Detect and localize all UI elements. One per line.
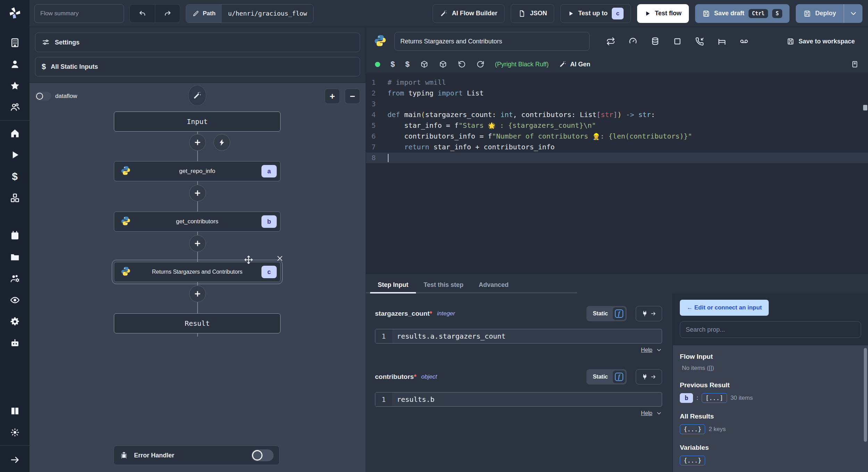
- resource-var-icon[interactable]: $: [405, 60, 409, 69]
- code-line[interactable]: 8: [366, 152, 868, 163]
- settings-gear-icon[interactable]: [0, 311, 30, 332]
- zoom-out-button[interactable]: −: [345, 89, 360, 104]
- static-mode-toggle[interactable]: Static f: [586, 369, 627, 384]
- workspace-icon[interactable]: [0, 32, 30, 53]
- step-title-input[interactable]: [394, 32, 590, 51]
- audit-logs-eye-icon[interactable]: [0, 289, 30, 311]
- cache-database-icon[interactable]: [651, 37, 660, 46]
- reset-rotate-ccw-icon[interactable]: [458, 60, 466, 68]
- suspend-phone-icon[interactable]: [695, 37, 704, 46]
- node-step-c-selected[interactable]: Returns Stargazers and Contributors c: [114, 262, 281, 282]
- theme-sun-icon[interactable]: [0, 422, 30, 443]
- node-input[interactable]: Input: [114, 111, 281, 132]
- path-value[interactable]: u/henri/gracious_flow: [222, 5, 314, 23]
- connect-input-plug-button[interactable]: [636, 306, 662, 321]
- undo-button[interactable]: [130, 5, 155, 23]
- path-control[interactable]: Path u/henri/gracious_flow: [186, 4, 314, 23]
- help-link[interactable]: Help: [641, 347, 652, 353]
- code-line[interactable]: 5 star_info = f"Stars 🌟 : {stargazers_co…: [366, 120, 868, 131]
- sleep-bed-icon[interactable]: [717, 37, 726, 46]
- all-static-inputs-button[interactable]: $ All Static Inputs: [35, 57, 360, 76]
- props-scrollbar-thumb[interactable]: [864, 348, 867, 442]
- javascript-expr-toggle[interactable]: f: [613, 307, 625, 320]
- mock-square-icon[interactable]: [673, 37, 682, 46]
- code-line[interactable]: 6 contributors_info = f"Number of contri…: [366, 131, 868, 142]
- tab-advanced[interactable]: Advanced: [471, 277, 516, 293]
- schedules-icon[interactable]: [0, 225, 30, 246]
- error-handler-node[interactable]: Error Handler: [114, 446, 279, 465]
- groups-icon[interactable]: [0, 97, 30, 118]
- test-flow-button[interactable]: Test flow: [637, 4, 689, 23]
- library-panel-icon[interactable]: [851, 60, 859, 68]
- error-handler-toggle[interactable]: [251, 449, 274, 461]
- folders-icon[interactable]: [0, 246, 30, 268]
- retries-icon[interactable]: [606, 37, 615, 46]
- lifetime-voicemail-icon[interactable]: [740, 37, 749, 46]
- variables-object-chip[interactable]: {...}: [680, 456, 705, 465]
- node-step-b[interactable]: get_contributors b: [114, 212, 281, 232]
- save-to-workspace-button[interactable]: Save to workspace: [787, 38, 860, 45]
- help-link[interactable]: Help: [641, 410, 652, 416]
- chevron-down-icon[interactable]: [656, 347, 662, 353]
- add-step-button[interactable]: [189, 185, 206, 201]
- expression-editor[interactable]: 1 results.a.stargazers_count: [375, 329, 662, 343]
- prev-result-array-chip[interactable]: [...]: [702, 393, 727, 403]
- tab-step-input[interactable]: Step Input: [370, 277, 416, 293]
- flow-settings-button[interactable]: Settings: [35, 33, 360, 52]
- expression-editor[interactable]: 1 results.b: [375, 392, 662, 407]
- workers-icon[interactable]: [0, 268, 30, 289]
- test-up-to-button[interactable]: Test up to c: [560, 4, 631, 23]
- javascript-expr-toggle[interactable]: f: [613, 371, 625, 383]
- code-line[interactable]: 7 return star_info + contributors_info: [366, 142, 868, 152]
- flow-input-section: Flow Input No items ([]): [680, 353, 868, 372]
- resources-icon[interactable]: [0, 187, 30, 209]
- favorites-star-icon[interactable]: [0, 75, 30, 97]
- add-trigger-button[interactable]: [214, 134, 230, 151]
- move-node-icon[interactable]: [244, 255, 253, 264]
- prev-result-key-badge[interactable]: b: [680, 393, 693, 403]
- ai-robot-icon[interactable]: [0, 332, 30, 354]
- dataflow-toggle[interactable]: [35, 92, 51, 101]
- flow-summary-input[interactable]: [34, 4, 124, 23]
- code-line[interactable]: 4def main(stargazers_count: int, contrib…: [366, 109, 868, 120]
- save-draft-button[interactable]: Save draft Ctrl S: [695, 4, 790, 23]
- zoom-in-button[interactable]: +: [325, 89, 340, 104]
- add-step-button[interactable]: [189, 134, 206, 151]
- env-var-icon[interactable]: $: [391, 60, 395, 69]
- static-mode-toggle[interactable]: Static f: [586, 306, 627, 321]
- package-icon[interactable]: [420, 60, 428, 68]
- code-line[interactable]: 3: [366, 99, 868, 109]
- deploy-button[interactable]: Deploy: [796, 4, 844, 23]
- concurrency-gauge-icon[interactable]: [628, 37, 637, 46]
- ai-gen-button[interactable]: AI Gen: [559, 60, 590, 68]
- code-line[interactable]: 2from typing import List: [366, 88, 868, 99]
- deploy-dropdown-button[interactable]: [844, 4, 862, 23]
- search-prop-input[interactable]: [680, 321, 861, 338]
- json-button[interactable]: JSON: [511, 4, 554, 23]
- expand-sidebar-arrow-icon[interactable]: [0, 448, 30, 472]
- redo-button[interactable]: [155, 5, 180, 23]
- all-results-object-chip[interactable]: {...}: [680, 424, 705, 434]
- code-editor[interactable]: 1# import wmill2from typing import List3…: [366, 73, 868, 274]
- chevron-down-icon[interactable]: [656, 410, 662, 416]
- user-icon[interactable]: [0, 53, 30, 75]
- delete-node-icon[interactable]: [276, 255, 284, 262]
- reload-rotate-cw-icon[interactable]: [476, 60, 485, 68]
- windmill-logo[interactable]: [8, 6, 22, 22]
- ai-copilot-wand-button[interactable]: [188, 85, 206, 106]
- connect-input-plug-button[interactable]: [636, 369, 662, 384]
- variables-icon[interactable]: $: [0, 166, 30, 187]
- edit-or-connect-input-button[interactable]: ← Edit or connect an input: [680, 300, 769, 316]
- ai-flow-builder-button[interactable]: AI Flow Builder: [433, 4, 504, 23]
- package-icon[interactable]: [439, 60, 447, 68]
- code-line[interactable]: 1# import wmill: [366, 77, 868, 88]
- add-step-button[interactable]: [189, 235, 206, 252]
- tab-test-this-step[interactable]: Test this step: [416, 277, 471, 293]
- node-result[interactable]: Result: [114, 313, 281, 333]
- add-step-button[interactable]: [189, 285, 206, 302]
- node-step-a[interactable]: get_repo_info a: [114, 161, 281, 181]
- docs-book-icon[interactable]: [0, 400, 30, 422]
- runs-icon[interactable]: [0, 144, 30, 166]
- editor-scrollbar-thumb[interactable]: [863, 105, 867, 110]
- home-icon[interactable]: [0, 123, 30, 144]
